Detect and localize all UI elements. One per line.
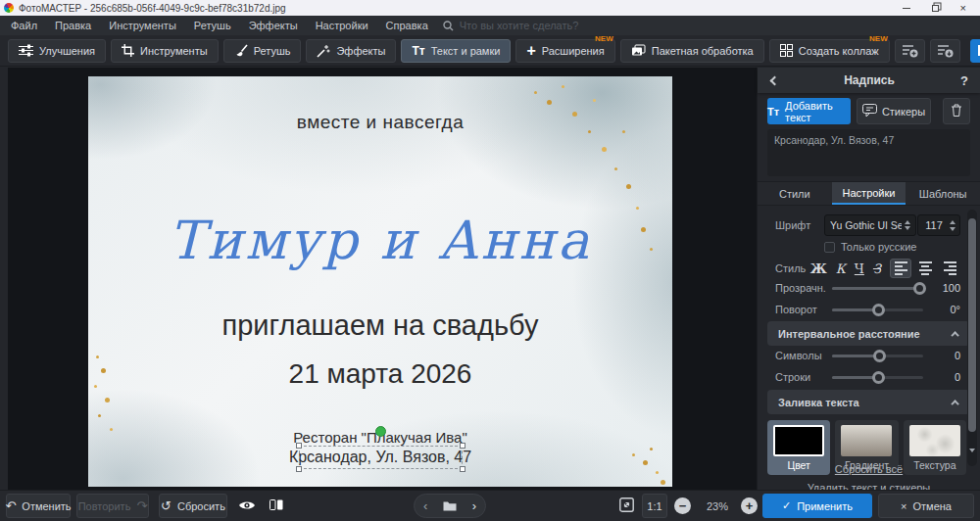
new-badge: NEW (869, 34, 888, 43)
menu-edit[interactable]: Правка (46, 20, 100, 31)
chevron-up-icon (951, 400, 958, 407)
tab-extensions[interactable]: NEW + Расширения (515, 39, 614, 63)
prev-photo-icon[interactable]: ‹ (423, 498, 427, 513)
sticker-bubble-icon (862, 104, 877, 118)
add-text-button[interactable]: Тт Добавить текст (767, 98, 851, 124)
font-size-input[interactable]: 117 (917, 214, 960, 236)
scroll-down-icon[interactable] (969, 452, 975, 464)
redo-button[interactable]: Повторить ↷ (76, 494, 149, 518)
close-icon[interactable]: × (960, 4, 966, 12)
photo-canvas[interactable]: вместе и навсегда Тимур и Анна приглашае… (88, 76, 672, 487)
lines-slider[interactable] (832, 376, 923, 379)
preset-download-icon (937, 43, 954, 58)
text-icon: Tт (412, 44, 424, 58)
undo-button[interactable]: ↶ Отменить (6, 494, 71, 518)
menu-effects[interactable]: Эффекты (240, 20, 307, 31)
rotation-handle[interactable] (375, 426, 386, 437)
symbols-value: 0 (935, 350, 960, 361)
invitation-tagline[interactable]: вместе и навсегда (88, 112, 672, 133)
text-selection-box[interactable] (299, 446, 463, 469)
tab-tools[interactable]: Инструменты (111, 39, 219, 63)
menu-file[interactable]: Файл (2, 20, 46, 31)
next-photo-icon[interactable]: › (472, 498, 476, 513)
lines-value: 0 (935, 371, 960, 383)
stickers-button[interactable]: Стикеры (857, 98, 931, 124)
symbols-slider[interactable] (832, 355, 923, 357)
batch-processing-button[interactable]: Пакетная обработка (620, 39, 764, 63)
apply-button[interactable]: ✓ Применить (762, 494, 872, 518)
invitation-invite-line[interactable]: приглашаем на свадьбу (88, 309, 672, 342)
invitation-date[interactable]: 21 марта 2026 (88, 358, 672, 390)
help-icon[interactable]: ? (960, 73, 968, 88)
menu-help[interactable]: Справка (377, 20, 437, 31)
bottom-bar: ↶ Отменить Повторить ↷ ↺ Сбросить ‹ › 1:… (0, 490, 980, 521)
menu-tools[interactable]: Инструменты (100, 20, 185, 31)
search-input[interactable] (460, 20, 656, 31)
tab-text-frames[interactable]: Tт Текст и рамки (401, 39, 511, 63)
bold-button[interactable]: Ж (810, 261, 827, 276)
rotation-label: Поворот (775, 304, 832, 315)
spacing-section-header[interactable]: Интервальное расстояние (767, 321, 970, 346)
tab-styles[interactable]: Стили (758, 182, 832, 205)
align-right-button[interactable] (939, 259, 960, 278)
text-content-field[interactable]: Крсанодар, Ул. Вязов, 47 (767, 129, 970, 176)
underline-button[interactable]: Ч (855, 261, 864, 276)
menu-retouch[interactable]: Ретушь (185, 20, 240, 31)
preset-add-button[interactable] (895, 39, 925, 63)
delete-text-button[interactable] (943, 98, 970, 124)
gradient-swatch (841, 425, 892, 456)
folder-icon[interactable] (443, 497, 457, 515)
font-select[interactable]: Yu Gothic UI Sen (824, 214, 916, 236)
photo-navigator: ‹ › (414, 494, 486, 518)
zoom-level: 23% (702, 500, 733, 512)
fill-section-header[interactable]: Заливка текста (767, 390, 970, 414)
selection-handle[interactable] (460, 443, 466, 449)
selection-handle[interactable] (460, 466, 466, 472)
selection-handle[interactable] (296, 443, 302, 449)
tab-enhance[interactable]: Улучшения (8, 39, 106, 63)
redo-icon: ↷ (136, 500, 147, 512)
stepper-icon[interactable] (950, 220, 959, 231)
preset-plus-icon (902, 43, 918, 58)
zoom-out-icon[interactable]: − (674, 497, 691, 514)
preview-button[interactable] (233, 494, 261, 518)
fit-screen-button[interactable] (613, 494, 639, 518)
app-logo-icon (4, 3, 14, 13)
tab-effects[interactable]: Эффекты (306, 39, 396, 63)
save-button[interactable]: Сохранить (970, 39, 980, 63)
strikethrough-button[interactable]: З (873, 261, 881, 276)
reset-button[interactable]: ↺ Сбросить (159, 494, 227, 518)
panel-header: Надпись ? (758, 68, 980, 93)
panel-tabs: Стили Настройки Шаблоны (758, 181, 980, 206)
minimize-icon[interactable] (903, 8, 910, 9)
selection-handle[interactable] (296, 466, 302, 472)
preset-export-button[interactable] (930, 39, 960, 63)
opacity-slider[interactable] (832, 287, 923, 290)
tab-settings[interactable]: Настройки (832, 182, 906, 205)
invitation-names[interactable]: Тимур и Анна (88, 210, 672, 271)
rotation-value: 0° (935, 304, 960, 315)
panel-scrollbar[interactable] (967, 210, 977, 466)
scrollbar-thumb[interactable] (968, 218, 976, 432)
cancel-button[interactable]: × Отмена (878, 494, 974, 518)
menu-settings[interactable]: Настройки (307, 20, 377, 31)
align-center-button[interactable] (914, 259, 936, 278)
align-left-button[interactable] (890, 259, 911, 278)
rotation-slider[interactable] (832, 308, 923, 311)
reset-all-link[interactable]: Сбросить всё (758, 463, 980, 475)
tab-templates[interactable]: Шаблоны (906, 182, 980, 205)
eye-icon (238, 499, 256, 513)
search-icon (443, 21, 454, 31)
magic-wand-icon (317, 44, 330, 58)
create-collage-button[interactable]: NEW Создать коллаж (769, 39, 890, 63)
tab-retouch[interactable]: Ретушь (223, 39, 302, 63)
italic-button[interactable]: К (836, 261, 846, 276)
compare-button[interactable] (263, 494, 290, 518)
trash-icon (951, 104, 962, 118)
zoom-in-icon[interactable]: + (741, 497, 758, 514)
main-toolbar: Улучшения Инструменты Ретушь Эффекты Tт … (0, 35, 980, 67)
only-russian-checkbox[interactable] (824, 242, 835, 253)
check-icon: ✓ (782, 499, 791, 512)
restore-icon[interactable] (932, 5, 939, 12)
actual-size-button[interactable]: 1:1 (642, 494, 667, 518)
